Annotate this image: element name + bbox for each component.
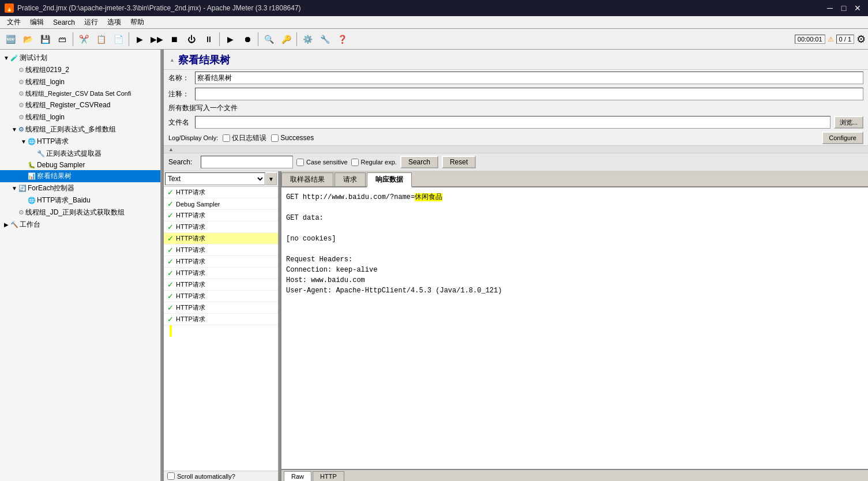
request-line7: Connection: keep-alive bbox=[286, 265, 863, 275]
tree-thread-3[interactable]: ⚙ 线程组_Register_CSV Data Set Confi bbox=[0, 88, 160, 99]
toolbar-pause[interactable]: ⏸ bbox=[201, 31, 217, 47]
result-item-1[interactable]: ✓ Debug Sampler bbox=[164, 198, 278, 210]
name-input[interactable] bbox=[195, 72, 863, 84]
toolbar-stop[interactable]: ⏹ bbox=[166, 31, 182, 47]
tree-item-label: 线程组_login bbox=[25, 77, 65, 87]
status-icon: ✓ bbox=[167, 246, 174, 254]
name-label: 名称： bbox=[168, 73, 191, 83]
tab-bar: 取样器结果 请求 响应数据 bbox=[281, 171, 868, 187]
case-sensitive-checkbox[interactable] bbox=[296, 159, 304, 166]
file-input[interactable] bbox=[195, 116, 831, 129]
bottom-tab-raw[interactable]: Raw bbox=[284, 471, 311, 481]
search-input[interactable] bbox=[201, 156, 293, 168]
tree-thread-4[interactable]: ⚙ 线程组_Register_CSVRead bbox=[0, 99, 160, 111]
reset-button[interactable]: Reset bbox=[442, 156, 476, 168]
filter-select[interactable]: Text bbox=[165, 172, 265, 185]
menu-options[interactable]: 选项 bbox=[103, 16, 126, 28]
regex-checkbox[interactable] bbox=[351, 159, 359, 166]
toolbar-shutdown[interactable]: ⏻ bbox=[183, 31, 200, 47]
menu-help[interactable]: 帮助 bbox=[126, 16, 149, 28]
toolbar-key[interactable]: 🔑 bbox=[278, 31, 294, 47]
toolbar-help[interactable]: ❓ bbox=[334, 31, 350, 47]
log-errors-group[interactable]: 仅日志错误 bbox=[223, 133, 266, 143]
result-item-10[interactable]: ✓ HTTP请求 bbox=[164, 302, 278, 314]
http-baidu-icon: 🌐 bbox=[28, 197, 36, 204]
regex-group[interactable]: Regular exp. bbox=[351, 159, 397, 166]
tree-expand-icon: ▼ bbox=[20, 138, 28, 145]
tree-workbench[interactable]: ▶ 🔨 工作台 bbox=[0, 219, 160, 231]
tree-thread-active[interactable]: ▼ ⚙ 线程组_正则表达式_多维数组 bbox=[0, 123, 160, 136]
result-item-9[interactable]: ✓ HTTP请求 bbox=[164, 291, 278, 302]
log-successes-checkbox[interactable] bbox=[271, 134, 279, 142]
browse-button[interactable]: 浏览... bbox=[834, 116, 863, 129]
timer-display: 00:00:01 bbox=[795, 35, 825, 44]
maximize-button[interactable]: □ bbox=[838, 2, 850, 14]
log-successes-group[interactable]: Successes bbox=[271, 134, 314, 142]
file-row: 文件名 浏览... bbox=[164, 114, 868, 130]
panel-collapse-icon[interactable]: ▲ bbox=[170, 57, 175, 63]
result-item-label: HTTP请求 bbox=[176, 246, 205, 254]
menu-search[interactable]: Search bbox=[48, 17, 80, 28]
tab-sampler-result[interactable]: 取样器结果 bbox=[281, 172, 333, 186]
result-item-6[interactable]: ✓ HTTP请求 bbox=[164, 256, 278, 268]
tree-root[interactable]: ▼ 🧪 测试计划 bbox=[0, 52, 160, 64]
collapse-icon[interactable]: ▲ bbox=[168, 146, 174, 152]
status-icon: ✓ bbox=[167, 269, 174, 277]
tab-response-data[interactable]: 响应数据 bbox=[367, 172, 412, 187]
toolbar-copy[interactable]: 📋 bbox=[93, 31, 109, 47]
result-item-2[interactable]: ✓ HTTP请求 bbox=[164, 210, 278, 221]
result-item-4[interactable]: ✓ HTTP请求 bbox=[164, 233, 278, 245]
result-item-5[interactable]: ✓ HTTP请求 bbox=[164, 245, 278, 256]
global-settings-icon[interactable]: ⚙ bbox=[856, 33, 866, 46]
toolbar-search[interactable]: 🔍 bbox=[261, 31, 277, 47]
bottom-tab-http[interactable]: HTTP bbox=[313, 471, 344, 481]
tree-thread-5[interactable]: ⚙ 线程组_login bbox=[0, 111, 160, 123]
tree-http-baidu[interactable]: 🌐 HTTP请求_Baidu bbox=[0, 194, 160, 206]
toolbar-remote[interactable]: ⚙️ bbox=[299, 31, 315, 47]
tree-result-tree[interactable]: 📊 察看结果树 bbox=[0, 170, 160, 182]
toolbar-start-nopause[interactable]: ▶▶ bbox=[149, 31, 165, 47]
result-item-8[interactable]: ✓ HTTP请求 bbox=[164, 279, 278, 291]
log-label: Log/Display Only: bbox=[168, 134, 218, 141]
minimize-button[interactable]: ─ bbox=[824, 2, 836, 14]
menu-run[interactable]: 运行 bbox=[80, 16, 103, 28]
result-item-0[interactable]: ✓ HTTP请求 bbox=[164, 187, 278, 198]
configure-button[interactable]: Configure bbox=[822, 131, 863, 144]
request-line2: GET data: bbox=[286, 213, 863, 223]
tree-regex-extractor[interactable]: 🔧 正则表达式提取器 bbox=[0, 148, 160, 160]
title-bar: 🔥 Pratice_2nd.jmx (D:\apache-jmeter-3.3\… bbox=[0, 0, 868, 16]
scroll-auto-checkbox[interactable] bbox=[167, 472, 175, 480]
log-errors-checkbox[interactable] bbox=[223, 134, 230, 142]
menu-edit[interactable]: 编辑 bbox=[25, 16, 48, 28]
status-icon: ✓ bbox=[167, 200, 174, 208]
toolbar-sep-3 bbox=[219, 32, 220, 46]
tree-http-req-1[interactable]: ▼ 🌐 HTTP请求 bbox=[0, 136, 160, 148]
case-sensitive-group[interactable]: Case sensitive bbox=[296, 159, 348, 166]
toolbar-save[interactable]: 💾 bbox=[37, 31, 53, 47]
menu-file[interactable]: 文件 bbox=[2, 16, 25, 28]
comment-input[interactable] bbox=[195, 88, 863, 100]
toolbar-cut[interactable]: ✂️ bbox=[76, 31, 92, 47]
result-item-11[interactable]: ✓ HTTP请求 bbox=[164, 314, 278, 325]
tree-foreach[interactable]: ▼ 🔄 ForEach控制器 bbox=[0, 182, 160, 194]
tree-thread-1[interactable]: ⚙ 线程组0219_2 bbox=[0, 64, 160, 76]
toolbar-clear[interactable]: ▶ bbox=[222, 31, 238, 47]
request-line1: GET http://www.baidu.com/?name=休闲食品 bbox=[286, 192, 863, 202]
tab-request[interactable]: 请求 bbox=[335, 172, 366, 186]
toolbar-saveall[interactable]: 🗃 bbox=[54, 31, 70, 47]
toolbar-settings[interactable]: 🔧 bbox=[317, 31, 333, 47]
toolbar-new[interactable]: 🆕 bbox=[2, 31, 18, 47]
toolbar-start[interactable]: ▶ bbox=[131, 31, 148, 47]
tree-thread-2[interactable]: ⚙ 线程组_login bbox=[0, 76, 160, 88]
close-button[interactable]: ✕ bbox=[852, 2, 863, 14]
log-successes-label: Successes bbox=[280, 134, 314, 142]
result-item-7[interactable]: ✓ HTTP请求 bbox=[164, 268, 278, 279]
result-item-3[interactable]: ✓ HTTP请求 bbox=[164, 221, 278, 233]
toolbar-open[interactable]: 📂 bbox=[20, 31, 36, 47]
toolbar-paste[interactable]: 📄 bbox=[110, 31, 126, 47]
tree-debug-sampler[interactable]: 🐛 Debug Sampler bbox=[0, 160, 160, 170]
tree-thread-jd[interactable]: ⚙ 线程组_JD_正则表达式获取数组 bbox=[0, 206, 160, 219]
search-button[interactable]: Search bbox=[400, 156, 438, 168]
toolbar-clearall[interactable]: ⏺ bbox=[239, 31, 255, 47]
filter-dropdown-btn[interactable]: ▼ bbox=[265, 172, 277, 185]
